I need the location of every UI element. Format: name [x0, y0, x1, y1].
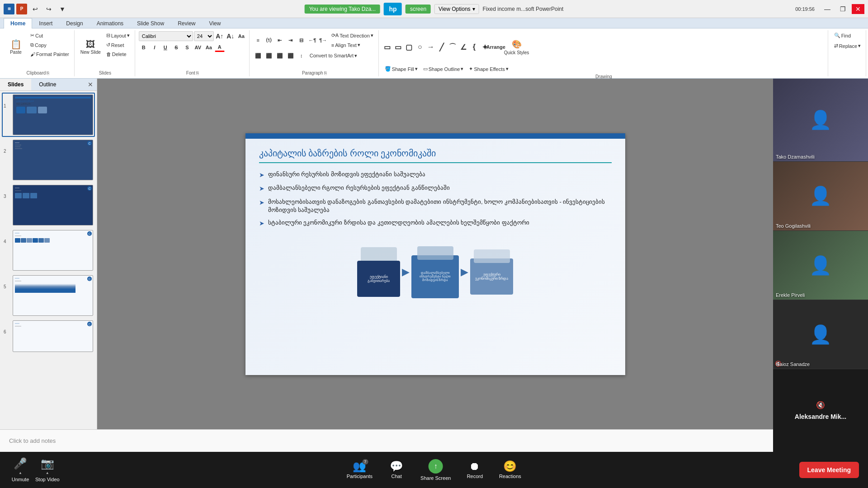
shape-effects-button[interactable]: ✦ Shape Effects ▾ [467, 65, 510, 73]
shape-line[interactable]: ╱ [437, 42, 447, 52]
tab-design[interactable]: Design [59, 18, 90, 28]
line-spacing-button[interactable]: ↕ [297, 51, 307, 60]
canvas-area[interactable]: კაპიტალის ბაზრების როლი ეკონომიკაში ➤ ფი… [97, 79, 773, 429]
increase-font-button[interactable]: A↑ [215, 32, 225, 41]
para-expand-icon[interactable]: ⎘ [324, 70, 327, 75]
shape-rect2[interactable]: ▭ [393, 42, 403, 52]
shape-rounded[interactable]: ▢ [404, 42, 414, 52]
slide-preview-6[interactable]: C ━━━━━ ━━━━━━━ [13, 320, 93, 352]
slide-preview-5[interactable]: C ━━━━━ ━━━━━━━ [13, 275, 93, 316]
tab-animations[interactable]: Animations [90, 18, 130, 28]
participants-button[interactable]: 👥 7 Participants [347, 461, 373, 479]
slide-thumb-1[interactable]: 1 კაპიტალის ბაზრების როლი ეკონომიკაში [2, 93, 95, 137]
slide-thumb-6[interactable]: 6 C ━━━━━ ━━━━━━━ [2, 319, 95, 354]
slide-preview-4[interactable]: C ━━━━━ ━━━━━━━ [13, 230, 93, 271]
align-right-button[interactable]: ⬛ [275, 51, 285, 60]
view-options-button[interactable]: View Options ▾ [434, 4, 479, 14]
reactions-button[interactable]: 😊 Reactions [499, 461, 521, 479]
italic-button[interactable]: I [150, 43, 160, 52]
change-case-button[interactable]: Aa [204, 43, 214, 52]
customize-btn[interactable]: ▼ [56, 4, 69, 14]
slide-thumb-4[interactable]: 4 C ━━━━━ ━━━━━━━ [2, 228, 95, 272]
maximize-button[interactable]: ❐ [836, 4, 849, 14]
slide-preview-2[interactable]: C ━━━━━ ━━━━━━━ ━━━━━━ ━━━━━━━━ [13, 140, 93, 180]
strikethrough-button[interactable]: S [171, 43, 181, 52]
font-color-button[interactable]: A [215, 43, 225, 52]
bullets-button[interactable]: ≡ [253, 36, 263, 45]
bold-button[interactable]: B [139, 43, 149, 52]
new-slide-button[interactable]: 🖼 New Slide [78, 31, 103, 63]
leave-meeting-button[interactable]: Leave Meeting [799, 462, 859, 478]
align-left-button[interactable]: ⬛ [253, 51, 263, 60]
stop-video-button[interactable]: 📷 ▲ Stop Video [35, 458, 60, 482]
slide-preview-1[interactable]: კაპიტალის ბაზრების როლი ეკონომიკაში [13, 94, 93, 135]
undo-btn[interactable]: ↩ [29, 4, 42, 14]
dropdown-icon: ▾ [127, 33, 130, 38]
tab-slideshow[interactable]: Slide Show [130, 18, 171, 28]
tab-review[interactable]: Review [171, 18, 202, 28]
text-dir-align: ⟳A Text Direction ▾ ≡ Align Text ▾ [329, 31, 376, 49]
text-direction-button[interactable]: ⟳A Text Direction ▾ [329, 31, 376, 40]
decrease-indent-button[interactable]: ⇤ [275, 36, 285, 45]
layout-button[interactable]: ⊟ Layout ▾ [104, 31, 132, 40]
record-button[interactable]: ⏺ Record [463, 461, 486, 479]
reset-button[interactable]: ↺ Reset [104, 41, 132, 49]
rtl-button[interactable]: ←¶ [307, 36, 317, 45]
font-expand-icon[interactable]: ⎘ [196, 70, 199, 75]
redo-btn[interactable]: ↪ [42, 4, 55, 14]
font-size-select[interactable]: 24 [194, 31, 214, 41]
convert-smartart-button[interactable]: Convert to SmartArt ▾ [307, 52, 359, 60]
quick-styles-button[interactable]: 🎨 Quick Styles [502, 31, 532, 63]
slide-preview-3[interactable]: C ━━━━━ ━━━━━━━ [13, 185, 93, 225]
close-panel-button[interactable]: ✕ [84, 79, 97, 90]
shape-bracket[interactable]: { [469, 42, 479, 52]
shape-angle[interactable]: ∠ [458, 42, 468, 52]
slides-tab[interactable]: Slides [0, 79, 31, 90]
char-spacing-button[interactable]: AV [193, 43, 203, 52]
tab-view[interactable]: View [203, 18, 228, 28]
replace-button[interactable]: ⇄ Replace ▾ [832, 42, 863, 50]
shape-curve[interactable]: ⌒ [448, 42, 458, 52]
close-button[interactable]: ✕ [852, 4, 864, 14]
cut-button[interactable]: ✂ Cut [28, 31, 71, 40]
shape-circle[interactable]: ○ [415, 42, 425, 52]
arrange-button[interactable]: Arrange [491, 42, 501, 52]
shadow-button[interactable]: S [182, 43, 192, 52]
align-center-button[interactable]: ⬛ [264, 51, 274, 60]
titlebar-center: You are viewing Tako Dza... hp screen Vi… [305, 3, 564, 15]
numbering-button[interactable]: ⑴ [264, 36, 274, 45]
slides-thumbnail-panel[interactable]: 1 კაპიტალის ბაზრების როლი ეკონომიკაში [0, 91, 97, 429]
slide-thumb-2[interactable]: 2 C ━━━━━ ━━━━━━━ ━━━━━━ ━━━━━━━━ [2, 138, 95, 182]
slide-thumb-5[interactable]: 5 C ━━━━━ ━━━━━━━ [2, 273, 95, 318]
justify-button[interactable]: ⬛ [286, 51, 296, 60]
paste-button[interactable]: 📋 Paste [5, 31, 27, 63]
clear-format-button[interactable]: Aa [236, 32, 246, 41]
tab-home[interactable]: Home [4, 18, 32, 28]
fill-dropdown: ▾ [415, 66, 418, 72]
unmute-button[interactable]: 🎤 ▲ Unmute [9, 458, 32, 482]
shape-arrow[interactable]: → [426, 42, 436, 52]
share-screen-button[interactable]: ↑ Share Screen [420, 459, 451, 481]
tab-insert[interactable]: Insert [32, 18, 59, 28]
outline-tab[interactable]: Outline [31, 79, 64, 90]
find-button[interactable]: 🔍 Find [832, 31, 853, 40]
format-painter-button[interactable]: 🖌 Format Painter [28, 50, 71, 58]
align-text-button[interactable]: ≡ Align Text ▾ [329, 41, 376, 49]
expand-icon[interactable]: ⎘ [47, 70, 49, 75]
increase-indent-button[interactable]: ⇥ [286, 36, 296, 45]
copy-button[interactable]: ⧉ Copy [28, 41, 71, 49]
chat-button[interactable]: 💬 Chat [385, 461, 408, 479]
underline-button[interactable]: U [160, 43, 170, 52]
shape-rect[interactable]: ▭ [382, 42, 392, 52]
delete-button[interactable]: 🗑 Delete [104, 50, 132, 58]
slide-thumb-3[interactable]: 3 C ━━━━━ ━━━━━━━ [2, 183, 95, 227]
shape-outline-button[interactable]: ▭ Shape Outline ▾ [421, 65, 466, 73]
ltr-button[interactable]: ¶→ [318, 36, 328, 45]
shape-fill-button[interactable]: 🪣 Shape Fill ▾ [382, 65, 420, 73]
notes-bar[interactable]: Click to add notes [0, 429, 773, 452]
columns-button[interactable]: ⊟ [297, 36, 307, 45]
decrease-font-button[interactable]: A↓ [226, 32, 236, 41]
minimize-button[interactable]: — [821, 4, 834, 14]
font-name-select[interactable]: Calibri [139, 31, 193, 41]
video-tile-teo: 👤 Teo Gogilashvili [773, 162, 868, 231]
